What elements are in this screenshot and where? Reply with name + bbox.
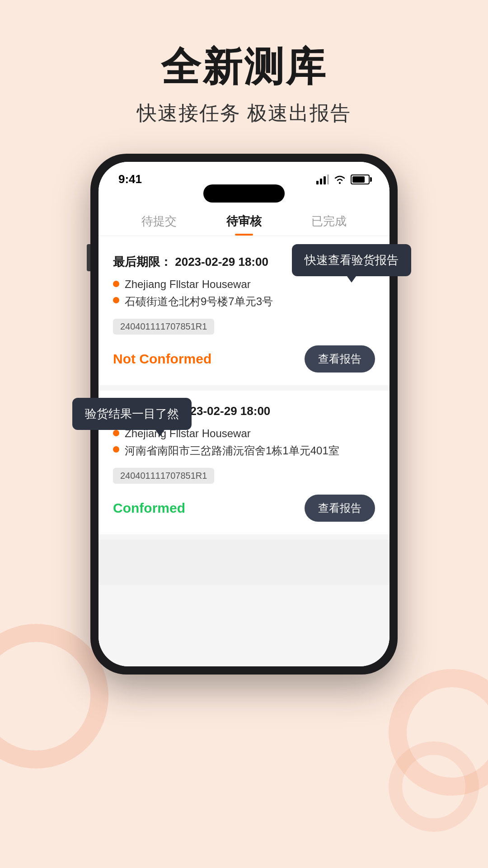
card-2-footer: Conformed 查看报告 (113, 495, 375, 522)
card-1-item-2: 石碛街道仓北村9号楼7单元3号 (113, 294, 375, 309)
tab-pending-review[interactable]: 待审核 (226, 213, 262, 236)
card-1-tag: 240401111707851R1 (113, 319, 214, 335)
phone-frame: 9:41 (90, 154, 398, 675)
card-2-item-2: 河南省南阳市三岔路浦沅宿舍1栋1单元401室 (113, 443, 375, 458)
svg-rect-3 (327, 175, 329, 184)
tooltip-report: 快速查看验货报告 (292, 244, 411, 276)
tab-completed[interactable]: 已完成 (311, 213, 347, 236)
list-dot-icon (113, 446, 119, 453)
card-1-footer: Not Conformed 查看报告 (113, 345, 375, 373)
card-2-tag: 240401111707851R1 (113, 468, 214, 484)
battery-icon (351, 175, 370, 184)
svg-point-4 (339, 182, 341, 184)
status-conformed: Conformed (113, 500, 185, 516)
card-1-item-1: Zhejiang Fllstar Housewar (113, 278, 375, 291)
header-section: 全新测库 快速接任务 极速出报告 (0, 0, 488, 127)
svg-rect-0 (316, 181, 319, 184)
list-dot-icon (113, 430, 119, 436)
status-not-conformed: Not Conformed (113, 351, 211, 367)
tooltip-result: 验货结果一目了然 (72, 398, 192, 430)
dynamic-island (203, 184, 285, 203)
tab-bar: 待提交 待审核 已完成 (99, 206, 389, 236)
list-dot-icon (113, 297, 119, 303)
view-report-btn-2[interactable]: 查看报告 (305, 495, 375, 522)
content-area: 最后期限： 2023-02-29 18:00 Zhejiang Fllstar … (99, 241, 389, 666)
status-time: 9:41 (118, 172, 142, 186)
tab-pending-submit[interactable]: 待提交 (141, 213, 177, 236)
phone-wrapper: 9:41 (0, 154, 488, 675)
partial-card (99, 540, 389, 585)
signal-icon (316, 175, 329, 184)
svg-rect-1 (320, 179, 322, 184)
bg-circle-3 (389, 741, 479, 832)
header-subtitle: 快速接任务 极速出报告 (0, 100, 488, 127)
view-report-btn-1[interactable]: 查看报告 (305, 345, 375, 373)
status-icons (316, 175, 370, 184)
svg-rect-2 (324, 176, 326, 184)
list-dot-icon (113, 281, 119, 287)
phone-side-button (87, 244, 90, 271)
header-title: 全新测库 (0, 45, 488, 89)
wifi-icon (333, 175, 346, 184)
